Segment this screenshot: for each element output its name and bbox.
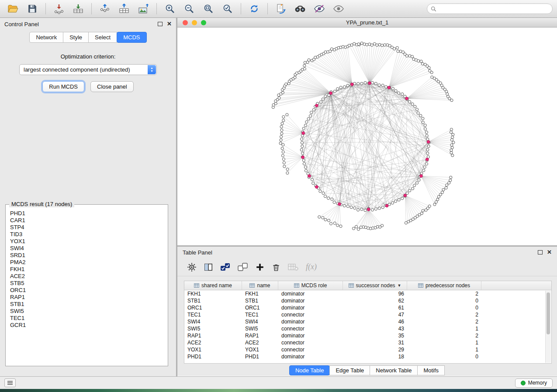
table-row[interactable]: RAP1RAP1dominator352 xyxy=(184,332,551,339)
table-options-button[interactable] xyxy=(187,262,197,272)
run-mcds-button[interactable]: Run MCDS xyxy=(42,81,84,92)
export-table-button[interactable] xyxy=(115,2,133,16)
table-row[interactable]: ORC1ORC1dominator610 xyxy=(184,304,551,311)
close-table-panel-icon[interactable]: ✕ xyxy=(547,250,552,254)
save-session-button[interactable] xyxy=(24,2,41,16)
mcds-result-item[interactable]: TID3 xyxy=(10,231,163,238)
mcds-result-item[interactable]: YOX1 xyxy=(10,238,163,245)
mcds-result-item[interactable]: PHD1 xyxy=(10,210,163,217)
float-table-panel-icon[interactable] xyxy=(538,250,543,254)
scrollbar-thumb[interactable] xyxy=(547,292,550,334)
table-cell: 0 xyxy=(407,304,481,311)
table-cell: FKH1 xyxy=(242,290,278,297)
tab-node-table[interactable]: Node Table xyxy=(289,365,330,375)
search-network-button[interactable] xyxy=(291,2,309,16)
export-image-button[interactable] xyxy=(135,2,152,16)
network-window-titlebar[interactable]: YPA_prune.txt_1 xyxy=(177,18,557,28)
column-header-name[interactable]: name xyxy=(242,281,278,290)
dropdown-arrows-icon: ▲▼ xyxy=(148,65,156,74)
table-cell: PHD1 xyxy=(242,353,278,360)
delete-table-icon xyxy=(287,263,299,272)
select-all-button[interactable] xyxy=(220,262,231,272)
mcds-result-list[interactable]: PHD1CAR1STP4TID3YOX1SWI4SRD1PMA2FKH1ACE2… xyxy=(6,205,168,334)
open-file-button[interactable] xyxy=(4,2,22,16)
criterion-dropdown[interactable]: largest connected component (undirected)… xyxy=(19,64,157,75)
column-header-shared-name[interactable]: shared name xyxy=(184,281,242,290)
tab-motifs[interactable]: Motifs xyxy=(417,365,445,375)
column-header-mcds-role[interactable]: MCDS role xyxy=(278,281,343,290)
mcds-result-item[interactable]: PMA2 xyxy=(10,259,163,266)
control-panel-header: Control Panel ✕ xyxy=(0,18,176,30)
table-row[interactable]: SWI5SWI5connector431 xyxy=(184,325,551,332)
mcds-result-item[interactable]: ORC1 xyxy=(10,287,163,294)
tab-edge-table[interactable]: Edge Table xyxy=(329,365,370,375)
hide-details-button[interactable] xyxy=(330,2,347,16)
delete-table-button[interactable] xyxy=(287,263,299,272)
zoom-in-button[interactable] xyxy=(161,2,179,16)
mcds-result-item[interactable]: GCR1 xyxy=(10,322,163,329)
tab-network-table[interactable]: Network Table xyxy=(370,365,418,375)
table-row[interactable]: TEC1TEC1connector472 xyxy=(184,311,551,318)
close-panel-button[interactable]: Close panel xyxy=(90,81,134,92)
mcds-result-item[interactable]: ACE2 xyxy=(10,273,163,280)
close-window-icon[interactable] xyxy=(183,20,188,25)
zoom-out-button[interactable] xyxy=(180,2,198,16)
tab-mcds[interactable]: MCDS xyxy=(117,32,146,43)
minimize-window-icon[interactable] xyxy=(192,20,197,25)
toolbar-separator xyxy=(45,3,46,14)
mcds-result-item[interactable]: SRD1 xyxy=(10,252,163,259)
table-row[interactable]: ACE2ACE2connector311 xyxy=(184,339,551,346)
close-panel-icon[interactable]: ✕ xyxy=(167,22,172,26)
table-row[interactable]: PHD1PHD1dominator180 xyxy=(184,353,551,360)
mcds-result-item[interactable]: CAR1 xyxy=(10,217,163,224)
save-icon xyxy=(28,4,37,14)
task-history-button[interactable] xyxy=(4,378,16,387)
control-panel: Control Panel ✕ Network Style Select MCD… xyxy=(0,18,176,376)
show-graphics-details-button[interactable] xyxy=(311,2,328,16)
tab-select[interactable]: Select xyxy=(88,32,117,43)
table-cell: 1 xyxy=(407,325,481,332)
copy-network-button[interactable] xyxy=(272,2,290,16)
column-label: predecessor nodes xyxy=(426,282,470,289)
column-header-predecessor-nodes[interactable]: predecessor nodes xyxy=(407,281,481,290)
import-table-button[interactable] xyxy=(69,2,87,16)
sort-descending-icon[interactable]: ▼ xyxy=(398,283,401,288)
table-scrollbar[interactable] xyxy=(545,291,551,363)
table-cell: 2 xyxy=(407,332,481,339)
table-row[interactable]: YOX1YOX1connector291 xyxy=(184,346,551,353)
show-columns-button[interactable] xyxy=(204,262,213,272)
mcds-result-item[interactable]: SWI5 xyxy=(10,308,163,315)
column-header-successor-nodes[interactable]: successor nodes ▼ xyxy=(343,281,407,290)
zoom-fit-button[interactable] xyxy=(200,2,217,16)
zoom-selected-button[interactable] xyxy=(219,2,236,16)
mcds-result-item[interactable]: STB1 xyxy=(10,301,163,308)
add-row-button[interactable] xyxy=(255,262,265,272)
network-search-box[interactable] xyxy=(427,3,553,14)
import-table-from-file-icon xyxy=(73,3,84,14)
table-cell: ORC1 xyxy=(184,304,242,311)
maximize-window-icon[interactable] xyxy=(201,20,206,25)
table-panel-header: Table Panel ✕ xyxy=(177,247,557,258)
function-builder-button[interactable]: f(x) xyxy=(306,262,317,272)
memory-button[interactable]: Memory xyxy=(515,378,553,388)
float-panel-icon[interactable] xyxy=(158,22,163,26)
delete-row-button[interactable] xyxy=(272,262,280,272)
import-network-button[interactable] xyxy=(50,2,68,16)
mcds-result-item[interactable]: TEC1 xyxy=(10,315,163,322)
tab-network[interactable]: Network xyxy=(29,32,63,43)
mcds-result-item[interactable]: FKH1 xyxy=(10,266,163,273)
export-network-button[interactable] xyxy=(96,2,114,16)
network-canvas[interactable] xyxy=(177,28,557,245)
search-input[interactable] xyxy=(439,5,549,12)
table-row[interactable]: FKH1FKH1dominator962 xyxy=(184,290,551,297)
deselect-all-button[interactable] xyxy=(238,262,248,272)
tab-style[interactable]: Style xyxy=(63,32,89,43)
mcds-result-item[interactable]: STB5 xyxy=(10,280,163,287)
refresh-view-button[interactable] xyxy=(246,2,263,16)
mcds-result-item[interactable]: STP4 xyxy=(10,224,163,231)
mcds-result-item[interactable]: RAP1 xyxy=(10,294,163,301)
table-row[interactable]: SWI4SWI4dominator462 xyxy=(184,318,551,325)
mcds-result-item[interactable]: SWI4 xyxy=(10,245,163,252)
network-graph[interactable] xyxy=(177,28,557,245)
table-row[interactable]: STB1STB1dominator620 xyxy=(184,297,551,304)
